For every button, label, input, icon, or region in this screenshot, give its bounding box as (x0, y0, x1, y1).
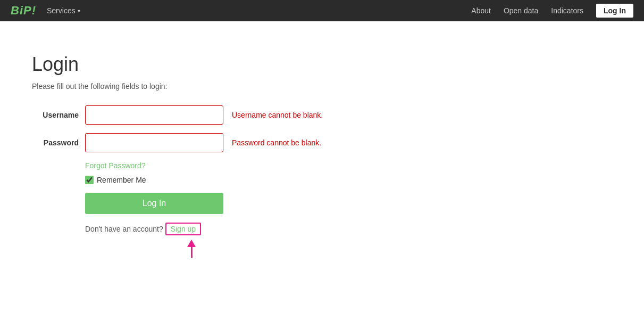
nav-left: BiP! Services ▾ (11, 4, 80, 18)
indicators-link[interactable]: Indicators (551, 6, 583, 15)
signup-link[interactable]: Sign up (165, 223, 201, 235)
forgot-section: Forgot Password? (85, 161, 612, 170)
arrow-annotation (85, 240, 612, 258)
username-group: Username Username cannot be blank. (32, 105, 612, 125)
nav-login-button[interactable]: Log In (596, 4, 633, 18)
password-error: Password cannot be blank. (232, 138, 321, 147)
services-label: Services (47, 6, 76, 15)
services-menu[interactable]: Services ▾ (47, 6, 80, 15)
login-button[interactable]: Log In (85, 193, 223, 214)
arrow-stem (191, 247, 193, 258)
username-input[interactable] (85, 105, 223, 125)
about-link[interactable]: About (471, 6, 491, 15)
signup-section: Don't have an account? Sign up (85, 223, 612, 235)
remember-me-label: Remember Me (97, 176, 146, 184)
arrow-head (187, 240, 196, 247)
open-data-link[interactable]: Open data (504, 6, 538, 15)
main-content: Login Please fill out the following fiel… (0, 21, 644, 290)
logo: BiP! (11, 4, 36, 18)
page-subtitle: Please fill out the following fields to … (32, 82, 612, 91)
logo-text: BiP! (11, 4, 36, 17)
username-label: Username (32, 111, 85, 119)
password-group: Password Password cannot be blank. (32, 133, 612, 152)
nav-right: About Open data Indicators Log In (471, 4, 633, 18)
password-input[interactable] (85, 133, 223, 152)
page-title: Login (32, 53, 612, 76)
arrow-up-icon (187, 240, 196, 258)
no-account-text: Don't have an account? (85, 225, 163, 233)
username-error: Username cannot be blank. (232, 111, 323, 119)
remember-me-checkbox[interactable] (85, 176, 94, 184)
remember-section: Remember Me (85, 176, 612, 184)
password-label: Password (32, 138, 85, 147)
dropdown-arrow-icon: ▾ (78, 8, 80, 14)
forgot-password-link[interactable]: Forgot Password? (85, 161, 146, 170)
navbar: BiP! Services ▾ About Open data Indicato… (0, 0, 644, 21)
